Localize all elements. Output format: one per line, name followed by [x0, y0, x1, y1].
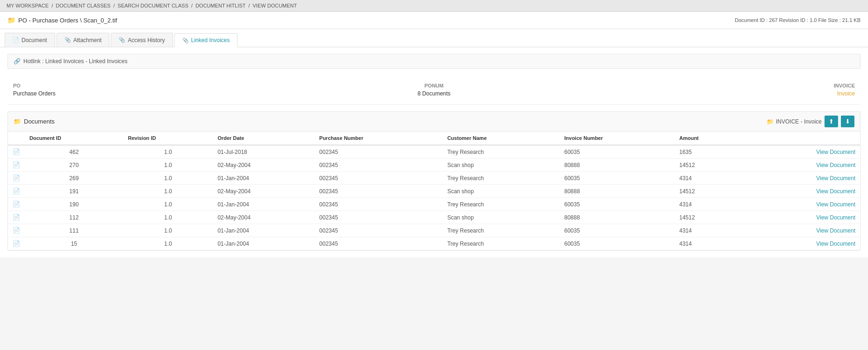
view-document-link[interactable]: View Document — [744, 237, 860, 250]
row-amount: 1635 — [674, 145, 744, 159]
col-header-amount: Amount — [674, 131, 744, 145]
row-amount: 14512 — [674, 211, 744, 224]
row-invoice-number: 60035 — [560, 145, 674, 159]
doc-header: 📁 PO - Purchase Orders \ Scan_0_2.tif Do… — [0, 12, 868, 29]
breadcrumb-view-document[interactable]: VIEW DOCUMENT — [253, 3, 297, 8]
row-doc-id: 269 — [25, 172, 123, 185]
row-rev-id: 1.0 — [123, 145, 213, 159]
linked-invoices-tab-icon: 📎 — [182, 37, 189, 44]
docs-section-actions: 📁 INVOICE - Invoice ⬆ ⬇ — [767, 116, 854, 127]
row-rev-id: 1.0 — [123, 172, 213, 185]
row-customer-name: Trey Research — [443, 224, 560, 237]
doc-title-text: PO - Purchase Orders \ Scan_0_2.tif — [18, 17, 117, 24]
upload-button[interactable]: ⬆ — [825, 116, 838, 127]
linked-col-po-value: Purchase Orders — [13, 90, 218, 97]
row-customer-name: Trey Research — [443, 145, 560, 159]
tab-document[interactable]: 📄 Document — [5, 33, 55, 47]
row-customer-name: Scan shop — [443, 159, 560, 172]
row-order-date: 01-Jan-2004 — [213, 198, 315, 211]
doc-row-icon: 📄 — [13, 201, 20, 208]
view-document-link[interactable]: View Document — [744, 172, 860, 185]
breadcrumb: MY WORKSPACE / DOCUMENT CLASSES / SEARCH… — [0, 0, 868, 12]
row-purchase-number: 002345 — [315, 198, 443, 211]
row-doc-id: 190 — [25, 198, 123, 211]
col-header-rev-id: Revision ID — [123, 131, 213, 145]
linked-info: PO Purchase Orders PONUM 8 Documents INV… — [7, 75, 861, 105]
invoice-label: 📁 INVOICE - Invoice — [767, 118, 822, 125]
breadcrumb-search-document-class[interactable]: SEARCH DOCUMENT CLASS — [118, 3, 188, 8]
table-row: 📄 112 1.0 02-May-2004 002345 Scan shop 8… — [8, 211, 860, 224]
folder-icon: 📁 — [7, 16, 15, 24]
hotlink-label: Hotlink : Linked Invoices - Linked Invoi… — [23, 58, 128, 65]
docs-section-title-text: Documents — [24, 118, 55, 125]
row-icon: 📄 — [8, 172, 25, 185]
tab-linked-invoices[interactable]: 📎 Linked Invoices — [174, 33, 238, 47]
tabs-bar: 📄 Document 📎 Attachment 📎 Access History… — [0, 29, 868, 47]
row-rev-id: 1.0 — [123, 224, 213, 237]
download-button[interactable]: ⬇ — [841, 116, 854, 127]
view-document-link[interactable]: View Document — [744, 159, 860, 172]
row-doc-id: 15 — [25, 237, 123, 250]
row-icon: 📄 — [8, 145, 25, 159]
col-header-order-date: Order Date — [213, 131, 315, 145]
row-order-date: 02-May-2004 — [213, 185, 315, 198]
col-header-doc-id: Document ID — [25, 131, 123, 145]
row-amount: 4314 — [674, 237, 744, 250]
view-document-link[interactable]: View Document — [744, 198, 860, 211]
row-rev-id: 1.0 — [123, 159, 213, 172]
doc-title: 📁 PO - Purchase Orders \ Scan_0_2.tif — [7, 16, 117, 24]
doc-meta: Document ID : 267 Revision ID : 1.0 File… — [735, 17, 861, 23]
table-row: 📄 269 1.0 01-Jan-2004 002345 Trey Resear… — [8, 172, 860, 185]
table-row: 📄 111 1.0 01-Jan-2004 002345 Trey Resear… — [8, 224, 860, 237]
row-doc-id: 191 — [25, 185, 123, 198]
breadcrumb-document-classes[interactable]: DOCUMENT CLASSES — [56, 3, 110, 8]
row-order-date: 01-Jan-2004 — [213, 237, 315, 250]
tab-access-history-label: Access History — [128, 37, 165, 44]
row-rev-id: 1.0 — [123, 185, 213, 198]
row-invoice-number: 80888 — [560, 211, 674, 224]
row-icon: 📄 — [8, 224, 25, 237]
col-header-purchase-number: Purchase Number — [315, 131, 443, 145]
breadcrumb-document-hitlist[interactable]: DOCUMENT HITLIST — [195, 3, 245, 8]
access-history-tab-icon: 📎 — [119, 37, 125, 43]
table-row: 📄 190 1.0 01-Jan-2004 002345 Trey Resear… — [8, 198, 860, 211]
row-invoice-number: 60035 — [560, 198, 674, 211]
col-header-invoice-number: Invoice Number — [560, 131, 674, 145]
row-customer-name: Scan shop — [443, 185, 560, 198]
attachment-tab-icon: 📎 — [65, 37, 71, 43]
row-invoice-number: 60035 — [560, 224, 674, 237]
row-rev-id: 1.0 — [123, 237, 213, 250]
tab-linked-invoices-label: Linked Invoices — [191, 37, 230, 44]
row-amount: 4314 — [674, 198, 744, 211]
table-row: 📄 462 1.0 01-Jul-2018 002345 Trey Resear… — [8, 145, 860, 159]
row-order-date: 01-Jan-2004 — [213, 224, 315, 237]
row-invoice-number: 80888 — [560, 185, 674, 198]
invoice-label-text: INVOICE - Invoice — [776, 118, 822, 125]
tab-attachment-label: Attachment — [73, 37, 102, 44]
linked-col-po-label: PO — [13, 83, 218, 88]
tab-content-linked-invoices: 🔗 Hotlink : Linked Invoices - Linked Inv… — [0, 47, 868, 257]
row-icon: 📄 — [8, 185, 25, 198]
col-header-icon — [8, 131, 25, 145]
breadcrumb-my-workspace[interactable]: MY WORKSPACE — [7, 3, 49, 8]
row-invoice-number: 60035 — [560, 237, 674, 250]
row-amount: 4314 — [674, 224, 744, 237]
view-document-link[interactable]: View Document — [744, 224, 860, 237]
row-icon: 📄 — [8, 159, 25, 172]
row-doc-id: 112 — [25, 211, 123, 224]
view-document-link[interactable]: View Document — [744, 185, 860, 198]
table-row: 📄 191 1.0 02-May-2004 002345 Scan shop 8… — [8, 185, 860, 198]
docs-section-header: 📁 Documents 📁 INVOICE - Invoice ⬆ ⬇ — [8, 112, 860, 131]
view-document-link[interactable]: View Document — [744, 211, 860, 224]
row-purchase-number: 002345 — [315, 185, 443, 198]
row-amount: 14512 — [674, 185, 744, 198]
tab-attachment[interactable]: 📎 Attachment — [57, 33, 110, 47]
tab-access-history[interactable]: 📎 Access History — [111, 33, 172, 47]
view-document-link[interactable]: View Document — [744, 145, 860, 159]
doc-row-icon: 📄 — [13, 148, 20, 155]
docs-section-title: 📁 Documents — [14, 118, 55, 125]
doc-row-icon: 📄 — [13, 227, 20, 234]
row-purchase-number: 002345 — [315, 172, 443, 185]
linked-col-po: PO Purchase Orders — [7, 80, 223, 100]
doc-row-icon: 📄 — [13, 240, 20, 247]
